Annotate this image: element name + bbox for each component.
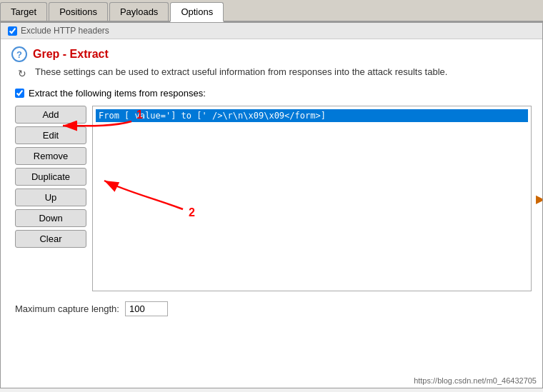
description-text: These settings can be used to extract us…: [35, 66, 532, 77]
tab-positions[interactable]: Positions: [49, 2, 108, 21]
remove-button[interactable]: Remove: [15, 147, 86, 165]
extract-list[interactable]: From [ value='] to [' />\r\n\x09\x09</fo…: [92, 106, 532, 291]
exclude-headers-checkbox[interactable]: [8, 26, 17, 36]
section-header: ? Grep - Extract: [11, 46, 532, 62]
extract-checkbox-row: Extract the following items from respons…: [11, 88, 532, 99]
right-arrow-indicator: ▶: [536, 192, 543, 206]
capture-label: Maximum capture length:: [15, 303, 119, 314]
help-icon[interactable]: ?: [11, 46, 27, 62]
add-button[interactable]: Add: [15, 106, 86, 124]
description-row: ↻ These settings can be used to extract …: [11, 66, 532, 81]
refresh-icon[interactable]: ↻: [15, 66, 29, 81]
tab-target[interactable]: Target: [0, 2, 47, 21]
capture-input[interactable]: [125, 301, 168, 316]
extract-checkbox[interactable]: [15, 89, 24, 98]
clear-button[interactable]: Clear: [15, 230, 86, 248]
watermark: https://blog.csdn.net/m0_46432705: [414, 376, 537, 385]
grep-extract-section: ? Grep - Extract ↻ These settings can be…: [1, 39, 542, 323]
up-button[interactable]: Up: [15, 189, 86, 206]
capture-row: Maximum capture length:: [11, 301, 532, 316]
tab-options[interactable]: Options: [170, 2, 224, 22]
edit-button[interactable]: Edit: [15, 126, 86, 144]
tab-payloads[interactable]: Payloads: [109, 2, 169, 21]
duplicate-button[interactable]: Duplicate: [15, 168, 86, 186]
down-button[interactable]: Down: [15, 209, 86, 227]
main-panel: Add Edit Remove Duplicate Up Down Clear …: [11, 106, 532, 291]
button-column: Add Edit Remove Duplicate Up Down Clear: [15, 106, 86, 291]
exclude-headers-label: Exclude HTTP headers: [21, 26, 109, 36]
section-title: Grep - Extract: [33, 48, 109, 61]
extract-checkbox-label: Extract the following items from respons…: [29, 88, 206, 99]
content-area: Exclude HTTP headers ? Grep - Extract ↻ …: [0, 22, 543, 388]
tab-bar: Target Positions Payloads Options: [0, 0, 543, 22]
excluded-bar: Exclude HTTP headers: [1, 23, 542, 39]
list-item[interactable]: From [ value='] to [' />\r\n\x09\x09</fo…: [96, 109, 528, 122]
